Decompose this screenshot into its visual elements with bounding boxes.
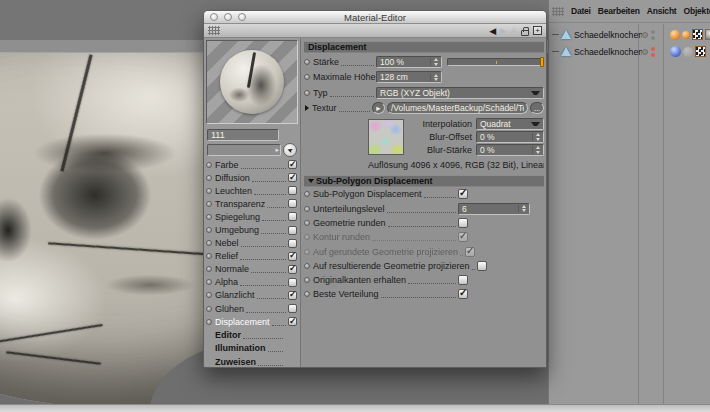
- channel-checkbox[interactable]: [288, 317, 297, 326]
- object-row[interactable]: Schaedelknochen: [549, 43, 710, 60]
- animation-dot-icon[interactable]: [304, 249, 310, 255]
- animation-dot-icon[interactable]: [206, 319, 212, 325]
- animation-dot-icon[interactable]: [304, 234, 310, 240]
- back-icon[interactable]: ◀: [489, 26, 496, 36]
- material-sphere-orange-icon[interactable]: [670, 30, 680, 40]
- channel-checkbox[interactable]: [288, 160, 297, 169]
- palette-grip-icon[interactable]: [552, 7, 564, 16]
- menu-item[interactable]: Bearbeiten: [598, 6, 640, 16]
- stepper-icon[interactable]: [532, 133, 540, 141]
- lock-icon[interactable]: [521, 30, 529, 36]
- interpolation-dropdown[interactable]: Quadrat: [476, 118, 544, 130]
- menu-item[interactable]: Datei: [571, 6, 591, 16]
- animation-dot-icon[interactable]: [304, 74, 310, 80]
- channel-row[interactable]: Diffusion: [204, 171, 300, 184]
- object-name[interactable]: Schaedelknochen: [574, 47, 642, 57]
- animation-dot-icon[interactable]: [304, 263, 310, 269]
- channel-checkbox[interactable]: [288, 186, 297, 195]
- channel-label[interactable]: Normale: [215, 264, 249, 274]
- animation-dot-icon[interactable]: [206, 214, 212, 220]
- channel-label[interactable]: Glühen: [215, 304, 244, 314]
- staerke-field[interactable]: 100 %: [376, 56, 442, 68]
- object-row[interactable]: Schaedelknochen: [549, 26, 710, 43]
- channel-row[interactable]: Glanzlicht: [204, 289, 300, 302]
- channel-checkbox[interactable]: [288, 265, 297, 274]
- channel-row[interactable]: Zuweisen: [204, 355, 300, 369]
- material-sphere-faded-icon[interactable]: [683, 47, 693, 57]
- new-window-icon[interactable]: +: [533, 26, 542, 35]
- channel-row[interactable]: Normale: [204, 263, 300, 276]
- channel-checkbox[interactable]: [288, 291, 297, 300]
- layer-dot[interactable]: [642, 32, 648, 38]
- stepper-icon[interactable]: [518, 205, 526, 213]
- channel-label[interactable]: Diffusion: [215, 173, 250, 183]
- texture-checker-tag-icon[interactable]: [692, 29, 703, 40]
- channel-label[interactable]: Umgebung: [215, 225, 259, 235]
- animation-dot-icon[interactable]: [206, 175, 212, 181]
- animation-dot-icon[interactable]: [206, 266, 212, 272]
- material-preview[interactable]: [206, 40, 298, 124]
- animation-dot-icon[interactable]: [206, 292, 212, 298]
- stepper-icon[interactable]: [532, 146, 540, 154]
- animation-dot-icon[interactable]: [304, 291, 310, 297]
- channel-label[interactable]: Alpha: [215, 277, 238, 287]
- animation-dot-icon[interactable]: [304, 206, 310, 212]
- channel-label[interactable]: Illumination: [215, 343, 266, 353]
- slider-handle[interactable]: [540, 57, 544, 67]
- setting-checkbox[interactable]: [458, 289, 468, 299]
- channel-row[interactable]: Illumination: [204, 342, 300, 356]
- layer-dot[interactable]: [642, 49, 648, 55]
- texture-thumbnail[interactable]: [368, 119, 404, 155]
- channel-label[interactable]: Glanzlicht: [215, 290, 255, 300]
- subpolygon-header[interactable]: Sub-Polygon Displacement: [304, 175, 544, 187]
- animation-dot-icon[interactable]: [206, 240, 212, 246]
- material-sphere-orange-icon[interactable]: [682, 31, 690, 39]
- channel-label[interactable]: Editor: [215, 330, 241, 340]
- channel-checkbox[interactable]: [288, 212, 297, 221]
- blur-staerke-field[interactable]: 0 %: [476, 144, 544, 156]
- blur-offset-field[interactable]: 0 %: [476, 131, 544, 143]
- channel-checkbox[interactable]: [288, 252, 297, 261]
- visibility-dots[interactable]: [651, 30, 655, 40]
- channel-row[interactable]: Nebel: [204, 237, 300, 250]
- animation-dot-icon[interactable]: [304, 220, 310, 226]
- animation-dot-icon[interactable]: [206, 227, 212, 233]
- channel-checkbox[interactable]: [288, 239, 297, 248]
- texture-shader-button[interactable]: ▸: [372, 102, 385, 114]
- stepper-icon[interactable]: [430, 74, 438, 82]
- channel-checkbox[interactable]: [288, 304, 297, 313]
- channel-row[interactable]: Spiegelung: [204, 210, 300, 223]
- channel-row[interactable]: Farbe: [204, 158, 300, 171]
- texture-skull-tag-icon[interactable]: [705, 29, 710, 40]
- channel-row[interactable]: Umgebung: [204, 223, 300, 236]
- material-name-input[interactable]: [207, 129, 279, 141]
- setting-checkbox[interactable]: [458, 232, 468, 242]
- animation-dot-icon[interactable]: [206, 162, 212, 168]
- channel-label[interactable]: Zuweisen: [215, 357, 256, 367]
- animation-dot-icon[interactable]: [304, 59, 310, 65]
- animation-dot-icon[interactable]: [206, 253, 212, 259]
- animation-dot-icon[interactable]: [304, 90, 310, 96]
- material-sphere-blue-icon[interactable]: [670, 46, 681, 57]
- channel-row[interactable]: Transparenz: [204, 197, 300, 210]
- animation-dot-icon[interactable]: [206, 306, 212, 312]
- channel-row[interactable]: Leuchten: [204, 184, 300, 197]
- visibility-dots[interactable]: [651, 47, 655, 57]
- texture-path-button[interactable]: /Volumes/MasterBackup/Schädel/Tes: [387, 102, 528, 114]
- channel-label[interactable]: Relief: [215, 251, 238, 261]
- max-hoehe-field[interactable]: 128 cm: [376, 71, 442, 83]
- channel-label[interactable]: Spiegelung: [215, 212, 260, 222]
- menu-item[interactable]: Ansicht: [647, 6, 677, 16]
- staerke-slider[interactable]: [447, 58, 544, 66]
- channel-checkbox[interactable]: [288, 278, 297, 287]
- channel-row[interactable]: Relief: [204, 250, 300, 263]
- channel-row[interactable]: Displacement: [204, 315, 300, 328]
- channel-row[interactable]: Glühen: [204, 302, 300, 315]
- channel-label[interactable]: Transparenz: [215, 199, 265, 209]
- object-name[interactable]: Schaedelknochen: [574, 30, 642, 40]
- animation-dot-icon[interactable]: [206, 279, 212, 285]
- setting-checkbox[interactable]: [458, 275, 468, 285]
- channel-label[interactable]: Displacement: [215, 317, 270, 327]
- shader-dropdown[interactable]: ▸: [207, 144, 281, 156]
- animation-dot-icon[interactable]: [206, 188, 212, 194]
